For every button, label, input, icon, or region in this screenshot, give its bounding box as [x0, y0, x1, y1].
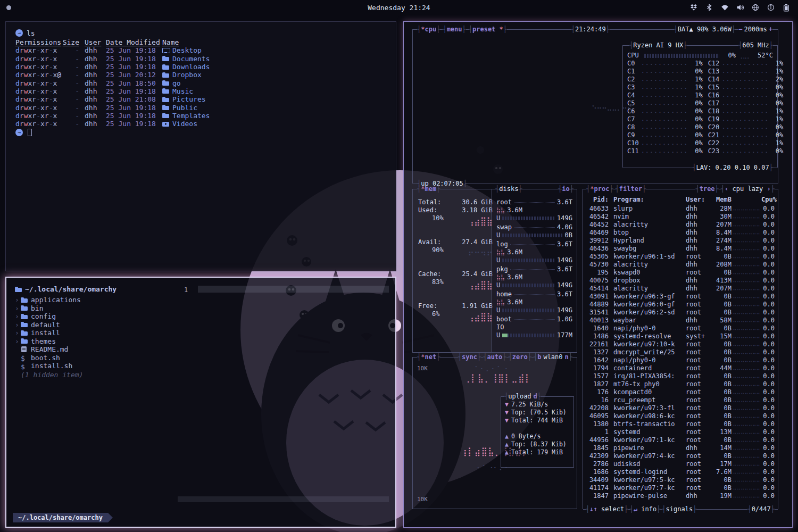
- item-name: install: [31, 329, 60, 337]
- process-row[interactable]: 1327dmcrypt_write/25root0B⠤⠤⠤⠤⠤⠤⠤0.0: [583, 348, 778, 356]
- process-row[interactable]: 42208kworker/u97:3-flroot0B⠤⠤⠤⠤⠤⠤⠤0.0: [583, 404, 778, 412]
- cpu-model: ┤Ryzen AI 9 HX├: [629, 41, 687, 49]
- list-item[interactable]: $boot.sh: [15, 354, 83, 362]
- process-row[interactable]: 1642napi/phy0-0root0B⠤⠤⠤⠤⠤⠤⠤0.0: [583, 356, 778, 364]
- process-row[interactable]: 1845pipewiredhh14M⠤⠤⠤⠤⠤⠤⠤0.0: [583, 444, 778, 452]
- process-row[interactable]: 1686systemd-logindroot7.6M⠤⠤⠤⠤⠤⠤⠤0.0: [583, 468, 778, 476]
- list-item[interactable]: ›default: [15, 321, 83, 329]
- process-row[interactable]: 1486systemd-resolvesyst+15M⠤⠤⠤⠤⠤⠤⠤0.0: [583, 332, 778, 340]
- process-row[interactable]: 45305kworker/u96:1-sdroot0B⠤⠤⠤⠤⠤⠤⠤0.0: [583, 253, 778, 261]
- header-user[interactable]: User:: [686, 196, 710, 204]
- disks-box-titlebar: ┤disks├ ┤io├: [492, 185, 577, 193]
- io-mode-button[interactable]: ┤io├: [558, 185, 573, 193]
- core-pct: 1%: [769, 139, 783, 147]
- process-row[interactable]: 46436swaybgdhh8.4M⠤⠤⠤⠤⠤⠤⠤0.0: [583, 245, 778, 253]
- cpu-core-row: C13⠄⠄⠄⠄⠄⠄⠄⠄⠄⠄⠄1%: [708, 68, 784, 76]
- process-row[interactable]: 1577irq/81-PIXA3854:root0B⠤⠤⠤⠤⠤⠤⠤0.0: [583, 372, 778, 380]
- process-row[interactable]: 1794containerdroot44M⠤⠤⠤⠤⠤⠤⠤0.0: [583, 364, 778, 372]
- process-row[interactable]: 46095kworker/u98:6-kcroot0B⠤⠤⠤⠤⠤⠤⠤0.0: [583, 412, 778, 420]
- process-row[interactable]: 44889kworker/u96:0-gfroot0B⠤⠤⠤⠤⠤⠤⠤0.0: [583, 301, 778, 309]
- process-graph: ⠤⠤⠤⠤⠤⠤⠤: [732, 332, 761, 340]
- process-user: root: [686, 364, 710, 372]
- folder-icon: [21, 305, 28, 311]
- process-graph: ⠤⠤⠤⠤⠤⠤⠤: [732, 277, 761, 285]
- list-item[interactable]: ›themes: [15, 337, 83, 346]
- list-item[interactable]: ›install: [15, 329, 83, 337]
- process-program: systemd: [613, 428, 686, 436]
- folder-icon: [15, 286, 22, 293]
- preview-scrollbar[interactable]: [178, 496, 389, 502]
- process-row[interactable]: 46633slurpdhh28M⠤⠤⠤⠤⠤⠤⠤0.0: [583, 205, 778, 213]
- process-row[interactable]: 176kcompactd0root0B⠤⠤⠤⠤⠤⠤⠤0.0: [583, 388, 778, 396]
- header-cpu[interactable]: Cpu%: [761, 196, 777, 204]
- yazi-list: ›applications›bin›config›default›install…: [15, 296, 83, 379]
- signals-button[interactable]: ┤signals├: [662, 505, 696, 513]
- process-row[interactable]: 41174kworker/u97:7-kcroot0B⠤⠤⠤⠤⠤⠤⠤0.0: [583, 484, 778, 492]
- preset-button[interactable]: ┤preset *├: [469, 26, 507, 34]
- process-row[interactable]: 31541kworker/u96:2-sdroot0B⠤⠤⠤⠤⠤⠤⠤0.0: [583, 309, 778, 317]
- disk-free: 0B: [565, 231, 572, 239]
- info-button[interactable]: ┤↵ info├: [630, 505, 661, 513]
- folder-icon: [21, 297, 28, 303]
- process-graph: ⠤⠤⠤⠤⠤⠤⠤: [732, 364, 761, 372]
- select-button[interactable]: ┤↓↑ select├: [586, 505, 628, 513]
- cpu-core-row: C12⠄⠄⠄⠄⠄⠄⠄⠄⠄⠄⠄1%: [708, 60, 784, 68]
- process-row[interactable]: 42309kworker/u97:4-kcroot0B⠤⠤⠤⠤⠤⠤⠤0.0: [583, 452, 778, 460]
- process-row[interactable]: 45414alacrittydhh207M⠤⠤⠤⠤⠤⠤⠤0.0: [583, 285, 778, 293]
- process-row[interactable]: 2786udisksdroot17M⠤⠤⠤⠤⠤⠤⠤0.0: [583, 460, 778, 468]
- process-row[interactable]: 40075dropboxdhh413M⠤⠤⠤⠤⠤⠤⠤0.0: [583, 277, 778, 285]
- process-row[interactable]: 46452alacrittydhh207M⠤⠤⠤⠤⠤⠤⠤0.0: [583, 221, 778, 229]
- process-row[interactable]: 1847pipewire-pulsedhh19M⠤⠤⠤⠤⠤⠤⠤0.0: [583, 492, 778, 500]
- ls-header: Permissions: [15, 38, 62, 46]
- process-user: root: [686, 476, 710, 484]
- menu-button[interactable]: ┤menu├: [443, 26, 466, 34]
- process-row[interactable]: 1640napi/phy0-0root0B⠤⠤⠤⠤⠤⠤⠤0.0: [583, 325, 778, 332]
- process-user: root: [686, 372, 710, 380]
- list-item[interactable]: ›applications: [15, 296, 83, 304]
- process-row[interactable]: 46469btopdhh8.4M⠤⠤⠤⠤⠤⠤⠤0.0: [583, 229, 778, 237]
- header-memb[interactable]: MemB: [710, 196, 732, 204]
- process-row[interactable]: 34409kworker/u97:5-kcroot0B⠤⠤⠤⠤⠤⠤⠤0.0: [583, 476, 778, 484]
- list-item[interactable]: ›config: [15, 312, 83, 321]
- process-user: root: [686, 325, 710, 332]
- core-graph: ⠄⠄⠄⠄⠄⠄⠄⠄⠄⠄⠄: [722, 139, 770, 147]
- process-row[interactable]: 1827mt76-tx phy0root0B⠤⠤⠤⠤⠤⠤⠤0.0: [583, 380, 778, 388]
- process-cpu: 0.0: [761, 476, 775, 484]
- shell-prompt-empty[interactable]: →: [15, 128, 388, 137]
- process-row[interactable]: 44956kworker/u97:1-kcroot0B⠤⠤⠤⠤⠤⠤⠤0.0: [583, 436, 778, 444]
- process-row[interactable]: 16rcu_preemptroot0B⠤⠤⠤⠤⠤⠤⠤0.0: [583, 396, 778, 404]
- interface-selector[interactable]: ┤bwlan0n├: [534, 353, 572, 361]
- list-item[interactable]: ›bin: [15, 304, 83, 313]
- process-user: root: [686, 348, 710, 356]
- process-row[interactable]: 40013waybardhh58M⠤⠤⠤⠤⠤⠤⠤0.0: [583, 317, 778, 325]
- cpu-total-label: CPU: [627, 52, 642, 60]
- update-interval-control[interactable]: −2000ms+: [738, 26, 772, 34]
- filter-button[interactable]: ┤filter├: [616, 185, 646, 193]
- zero-button[interactable]: ┤zero├: [509, 353, 531, 361]
- cpu-core-row: C21⠄⠄⠄⠄⠄⠄⠄⠄⠄⠄⠄0%: [708, 131, 784, 139]
- chevron-right-icon: ›: [15, 329, 21, 337]
- cpu-total-meter: [644, 54, 719, 58]
- process-row[interactable]: 1systemdroot13M⠤⠤⠤⠤⠤⠤⠤0.0: [583, 428, 778, 436]
- process-row[interactable]: 43091kworker/u96:3-gfroot0B⠤⠤⠤⠤⠤⠤⠤0.0: [583, 293, 778, 301]
- list-item[interactable]: README.md: [15, 345, 83, 354]
- header-program[interactable]: Program:: [613, 196, 686, 204]
- auto-button[interactable]: ┤auto├: [483, 353, 506, 361]
- process-row[interactable]: 45730alacrittydhh208M⠤⠤⠤⠤⠤⠤⠤0.0: [583, 261, 778, 269]
- sort-mode-selector[interactable]: ┤‹ cpu lazy ›├: [721, 185, 775, 193]
- cpu-core-row: C1⠄⠄⠄⠄⠄⠄⠄⠄⠄⠄⠄0%: [627, 68, 703, 76]
- process-row[interactable]: 195kswapd0root0B⠤⠤⠤⠤⠤⠤⠤0.0: [583, 269, 778, 277]
- header-pid[interactable]: Pid:: [586, 196, 609, 204]
- tree-button[interactable]: ┤tree├: [695, 185, 718, 193]
- core-pct: 0%: [689, 68, 703, 76]
- proc-box: ┤*proc├ ┤filter├ ┤tree├ ┤‹ cpu lazy ›├ P…: [583, 189, 778, 509]
- process-row[interactable]: 22161kworker/u97:10-kroot0B⠤⠤⠤⠤⠤⠤⠤0.0: [583, 340, 778, 348]
- date-modified: 25 Jun 19:18: [106, 46, 162, 54]
- process-cpu: 0.0: [761, 261, 775, 269]
- process-row[interactable]: 1380btrfs-transactioroot0B⠤⠤⠤⠤⠤⠤⠤0.0: [583, 420, 778, 428]
- list-item[interactable]: $install.sh: [15, 362, 83, 370]
- process-row[interactable]: 39912Hyprlanddhh274M⠤⠤⠤⠤⠤⠤⠤0.0: [583, 237, 778, 245]
- process-program: rcu_preempt: [613, 396, 686, 404]
- process-row[interactable]: 46542nvimdhh30M⠤⠤⠤⠤⠤⠤⠤0.0: [583, 213, 778, 221]
- sync-button[interactable]: ┤sync├: [458, 353, 481, 361]
